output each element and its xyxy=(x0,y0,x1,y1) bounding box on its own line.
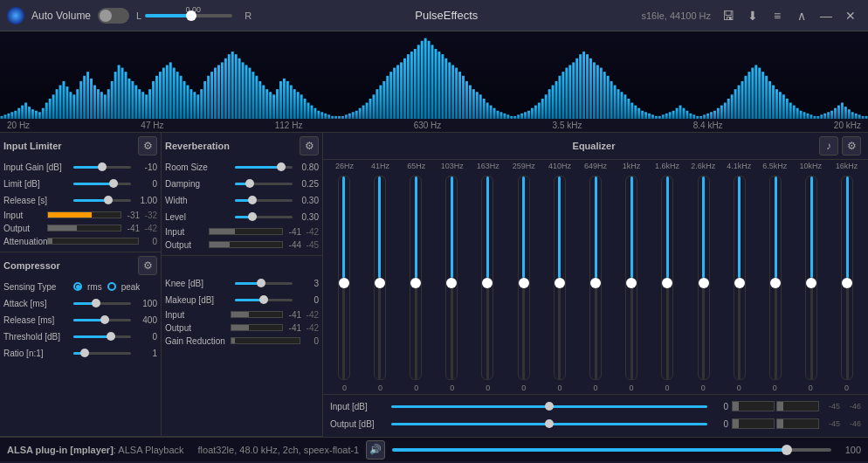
eq-band-thumb-8[interactable] xyxy=(626,278,637,288)
eq-output-db-thumb[interactable] xyxy=(545,419,554,428)
threshold-row: Threshold [dB] 0 xyxy=(3,328,157,344)
eq-freq-16khz: 16kHz xyxy=(830,162,862,170)
volume-slider[interactable] xyxy=(145,14,232,17)
eq-band-slider-14[interactable] xyxy=(841,176,853,380)
eq-band-value-10: 0 xyxy=(685,384,721,392)
damping-slider[interactable] xyxy=(235,183,293,185)
knee-label: Knee [dB] xyxy=(165,279,235,288)
alsa-playback: ALSA Playback xyxy=(118,445,183,455)
room-size-slider[interactable] xyxy=(235,166,293,169)
makeup-slider[interactable] xyxy=(235,299,293,301)
attack-slider[interactable] xyxy=(73,302,131,305)
eq-band-value-14: 0 xyxy=(829,384,865,392)
width-row: Width 0.30 xyxy=(165,192,319,208)
threshold-slider[interactable] xyxy=(73,335,131,338)
gain-reduction-meter xyxy=(231,337,300,344)
eq-band-slider-1[interactable] xyxy=(374,176,386,380)
eq-input-db-thumb[interactable] xyxy=(545,402,554,411)
reverb-output-row: Output -44 -45 xyxy=(165,238,319,251)
attenuation-label: Attenuation xyxy=(3,237,47,246)
eq-band-thumb-11[interactable] xyxy=(734,278,745,288)
eq-output-db-slider[interactable] xyxy=(391,423,707,425)
statusbar-vol-thumb[interactable] xyxy=(782,445,792,455)
rms-radio[interactable] xyxy=(73,282,82,291)
eq-freq-26hz: 26Hz xyxy=(329,162,361,170)
eq-band-slider-4[interactable] xyxy=(481,176,493,380)
reverb-output-val2: -45 xyxy=(301,240,319,250)
knee-slider[interactable] xyxy=(235,282,293,285)
eq-band-slider-3[interactable] xyxy=(445,176,458,380)
damping-label: Damping xyxy=(165,179,235,189)
statusbar-vol-slider[interactable] xyxy=(392,448,830,452)
eq-band-slider-2[interactable] xyxy=(410,176,422,380)
level-slider[interactable] xyxy=(235,216,293,218)
auto-volume-toggle[interactable] xyxy=(98,8,129,24)
reverb-input-label: Input xyxy=(165,227,209,237)
eq-band-slider-8[interactable] xyxy=(625,176,637,380)
close-btn[interactable]: ✕ xyxy=(840,5,861,26)
eq-band-slider-10[interactable] xyxy=(698,176,710,380)
eq-band-slider-12[interactable] xyxy=(769,176,782,380)
eq-band-thumb-10[interactable] xyxy=(699,278,709,288)
comp-input-val2: -42 xyxy=(301,310,319,320)
eq-band-thumb-1[interactable] xyxy=(375,278,385,288)
eq-band-thumb-12[interactable] xyxy=(770,278,781,288)
eq-band-thumb-4[interactable] xyxy=(482,278,493,288)
eq-output-meter-1 xyxy=(732,418,775,429)
attack-row: Attack [ms] 100 xyxy=(3,295,157,311)
save-icon-btn[interactable]: 🖫 xyxy=(718,5,739,26)
eq-band-thumb-7[interactable] xyxy=(590,278,601,288)
release-value: 1.00 xyxy=(131,196,157,205)
release-slider[interactable] xyxy=(73,199,131,202)
comp-release-slider[interactable] xyxy=(73,319,131,321)
eq-band-slider-6[interactable] xyxy=(554,176,566,380)
limit-slider[interactable] xyxy=(73,183,131,185)
compressor-right-panel: Knee [dB] 3 Makeup [dB] xyxy=(162,256,322,437)
eq-settings-btn[interactable]: ⚙ xyxy=(842,136,861,155)
width-slider[interactable] xyxy=(235,199,293,202)
input-gain-slider[interactable] xyxy=(73,166,131,169)
eq-input-db-slider[interactable] xyxy=(391,405,707,408)
eq-band-slider-9[interactable] xyxy=(661,176,673,380)
eq-band-slider-13[interactable] xyxy=(805,176,817,380)
eq-band-thumb-3[interactable] xyxy=(446,278,457,288)
minimize-btn[interactable]: — xyxy=(816,5,837,26)
eq-band-slider-11[interactable] xyxy=(734,176,746,380)
ratio-slider[interactable] xyxy=(73,352,131,355)
menu-btn[interactable]: ≡ xyxy=(767,5,788,26)
download-icon-btn[interactable]: ⬇ xyxy=(742,5,763,26)
eq-band-thumb-14[interactable] xyxy=(842,278,852,288)
volume-thumb[interactable] xyxy=(186,10,196,21)
peak-radio[interactable] xyxy=(107,282,116,291)
width-slider-wrap xyxy=(235,199,293,202)
eq-band-thumb-13[interactable] xyxy=(806,278,816,288)
vol-l-label: L xyxy=(136,10,141,21)
knee-slider-wrap xyxy=(235,282,293,285)
eq-band-value-8: 0 xyxy=(614,384,650,392)
eq-band-thumb-0[interactable] xyxy=(339,278,349,288)
chevron-up-btn[interactable]: ∧ xyxy=(791,5,812,26)
threshold-value: 0 xyxy=(131,332,157,342)
ratio-value: 1 xyxy=(131,349,157,358)
eq-band-thumb-2[interactable] xyxy=(410,278,421,288)
input-limiter-title: Input Limiter xyxy=(3,141,62,151)
eq-band-slider-5[interactable] xyxy=(518,176,530,380)
compressor-settings-btn[interactable]: ⚙ xyxy=(138,256,157,275)
reverberation-header: Reverberation ⚙ xyxy=(165,136,319,155)
alsa-info: ALSA plug-in [mplayer]: ALSA Playback xyxy=(7,445,184,455)
eq-band-thumb-6[interactable] xyxy=(555,278,565,288)
reverberation-settings-btn[interactable]: ⚙ xyxy=(300,136,319,155)
eq-music-btn[interactable]: ♪ xyxy=(819,136,838,155)
eq-output-row: Output [dB] 0 -45 -46 xyxy=(330,416,861,432)
freq-labels: 20 Hz 47 Hz 112 Hz 630 Hz 3.5 kHz 8.4 kH… xyxy=(0,119,868,133)
input-limiter-settings-btn[interactable]: ⚙ xyxy=(138,136,157,155)
eq-band-thumb-9[interactable] xyxy=(662,278,672,288)
eq-band-thumb-5[interactable] xyxy=(519,278,529,288)
ratio-label: Ratio [n:1] xyxy=(3,349,73,358)
eq-band-slider-0[interactable] xyxy=(338,176,350,380)
eq-band-10 xyxy=(686,176,720,380)
reverb-input-row: Input -41 -42 xyxy=(165,225,319,238)
eq-band-slider-7[interactable] xyxy=(589,176,602,380)
speaker-btn[interactable]: 🔊 xyxy=(366,440,385,460)
freq-label-0: 20 Hz xyxy=(7,121,30,130)
